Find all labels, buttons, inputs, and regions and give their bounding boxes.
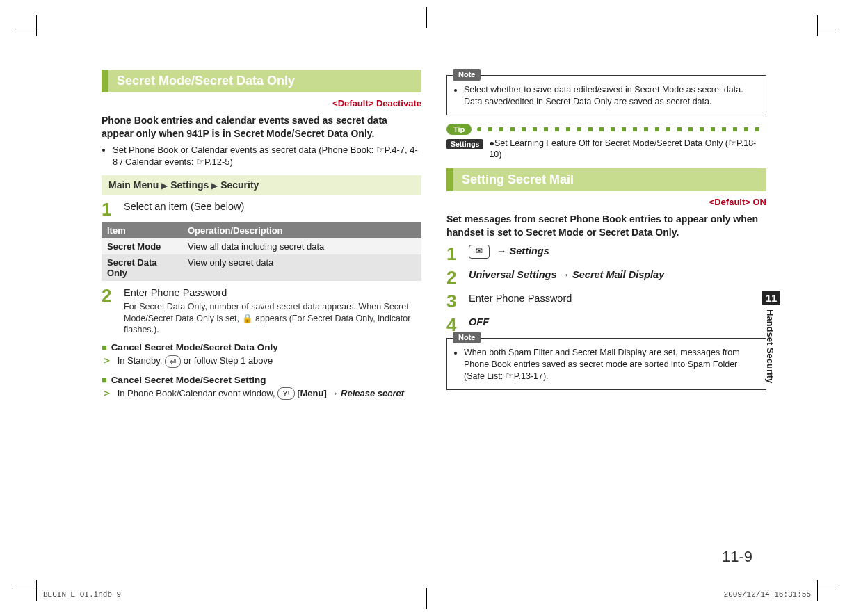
- crop-mark: [36, 15, 37, 36]
- end-key-icon: ⏎: [165, 355, 181, 368]
- note-box-2: Note When both Spam Filter and Secret Ma…: [446, 338, 766, 390]
- crop-mark: [36, 580, 37, 601]
- content-area: Secret Mode/Secret Data Only <Default> D…: [102, 70, 752, 546]
- operation-table: Item Operation/Description Secret Mode V…: [102, 222, 421, 281]
- square-bullet-icon: ■: [102, 375, 107, 385]
- tip-row: Tip: [446, 124, 766, 135]
- off-label: OFF: [469, 316, 489, 327]
- tip-settings-text: ●Set Learning Feature Off for Secret Mod…: [489, 138, 766, 161]
- crop-mark: [818, 31, 839, 31]
- section-header-secret-mode: Secret Mode/Secret Data Only: [102, 70, 421, 92]
- footer-left: BEGIN_E_OI.indb 9: [43, 590, 121, 599]
- step-2-left: 2 Enter Phone Password For Secret Data O…: [102, 286, 421, 336]
- triangle-right-icon: ▶: [211, 181, 218, 191]
- step-body: ✉ → Settings: [469, 245, 766, 259]
- step-2-right: 2 Universal Settings → Secret Mail Displ…: [446, 268, 766, 286]
- universal-settings-label: Universal Settings: [469, 269, 557, 280]
- step-2-subtext: For Secret Data Only, number of saved se…: [124, 301, 421, 335]
- crop-mark: [15, 585, 36, 585]
- chevron-icon: ＞: [102, 354, 112, 366]
- substep-text-a: In Standby,: [118, 355, 165, 366]
- release-secret-label: Release secret: [341, 388, 404, 398]
- note-bullet: Select whether to save data edited/saved…: [464, 84, 759, 108]
- note-box-1: Note Select whether to save data edited/…: [446, 75, 766, 115]
- crop-mark: [817, 15, 818, 36]
- step-1-left: 1 Select an item (See below): [102, 200, 421, 218]
- step-number: 2: [102, 286, 115, 305]
- table-header-op: Operation/Description: [182, 222, 421, 238]
- cancel-secret-mode-step: ＞ In Standby, ⏎ or follow Step 1 above: [102, 354, 421, 368]
- tip-dots-icon: [477, 127, 766, 131]
- square-bullet-icon: ■: [102, 342, 107, 352]
- default-label-right: <Default> ON: [446, 197, 766, 207]
- step-1-right: 1 ✉ → Settings: [446, 245, 766, 263]
- settings-badge: Settings: [446, 139, 483, 150]
- note-label: Note: [453, 332, 481, 343]
- cancel-secret-setting-heading: ■ Cancel Secret Mode/Secret Setting: [102, 375, 421, 385]
- step-number: 2: [446, 268, 460, 286]
- menu-settings: Settings: [170, 179, 209, 191]
- bullet-list-left: Set Phone Book or Calendar events as sec…: [102, 145, 421, 168]
- substep-text-b: or follow Step 1 above: [184, 355, 273, 366]
- crop-mark: [15, 31, 36, 31]
- main-menu-label: Main Menu: [108, 179, 159, 191]
- yahoo-key-icon: Y!: [277, 387, 294, 400]
- secret-mail-display-label: Secret Mail Display: [572, 269, 664, 280]
- table-row: Secret Mode View all data including secr…: [102, 238, 421, 254]
- page-number: 11-9: [722, 548, 752, 566]
- step-number: 1: [446, 245, 460, 263]
- triangle-right-icon: ▶: [161, 181, 168, 191]
- table-header-item: Item: [102, 222, 182, 238]
- table-cell-item: Secret Data Only: [102, 254, 182, 281]
- note-bullet: When both Spam Filter and Secret Mail Di…: [464, 347, 759, 382]
- cancel-secret-setting-title: Cancel Secret Mode/Secret Setting: [111, 375, 266, 385]
- crop-mark: [426, 7, 427, 28]
- crop-mark: [426, 588, 427, 609]
- intro-left: Phone Book entries and calendar events s…: [102, 114, 421, 140]
- crop-mark: [817, 580, 818, 601]
- table-cell-op: View only secret data: [182, 254, 421, 281]
- step-body: Enter Phone Password: [469, 292, 766, 305]
- step-3-right: 3 Enter Phone Password: [446, 292, 766, 310]
- arrow-icon: →: [560, 269, 573, 280]
- step-body: Universal Settings → Secret Mail Display: [469, 268, 766, 282]
- main-menu-path: Main Menu ▶ Settings ▶ Security: [102, 175, 421, 195]
- step-number: 3: [446, 292, 460, 310]
- right-column: Note Select whether to save data edited/…: [446, 70, 766, 546]
- step-body: Enter Phone Password For Secret Data Onl…: [124, 286, 421, 336]
- note-label: Note: [453, 69, 481, 81]
- bullet-item: Set Phone Book or Calendar events as sec…: [113, 145, 421, 168]
- section-header-secret-mail: Setting Secret Mail: [446, 168, 766, 191]
- cancel-secret-setting-step: ＞ In Phone Book/Calendar event window, Y…: [102, 387, 421, 400]
- step-number: 1: [102, 200, 115, 218]
- chevron-icon: ＞: [102, 387, 112, 398]
- substep-text-a: In Phone Book/Calendar event window,: [118, 388, 278, 398]
- side-tab-chapter-title: Handset Security: [762, 305, 778, 390]
- arrow-icon: →: [329, 388, 341, 398]
- crop-mark: [818, 585, 839, 585]
- side-tab: 11 Handset Security: [762, 291, 780, 390]
- step-4-right: 4 OFF: [446, 316, 766, 334]
- step-body: OFF: [469, 316, 766, 329]
- arrow-icon: →: [497, 245, 510, 257]
- step-body: Select an item (See below): [124, 200, 421, 213]
- cancel-secret-mode-title: Cancel Secret Mode/Secret Data Only: [111, 342, 278, 352]
- tip-settings-row: Settings ●Set Learning Feature Off for S…: [446, 138, 766, 161]
- menu-bracket: [Menu]: [297, 388, 327, 398]
- cancel-secret-mode-heading: ■ Cancel Secret Mode/Secret Data Only: [102, 342, 421, 352]
- side-tab-chapter-number: 11: [762, 291, 780, 305]
- menu-security: Security: [220, 179, 259, 191]
- table-cell-item: Secret Mode: [102, 238, 182, 254]
- page: Secret Mode/Secret Data Only <Default> D…: [0, 0, 854, 616]
- intro-right: Set messages from secret Phone Book entr…: [446, 213, 766, 239]
- left-column: Secret Mode/Secret Data Only <Default> D…: [102, 70, 421, 546]
- table-row: Secret Data Only View only secret data: [102, 254, 421, 281]
- default-label-left: <Default> Deactivate: [102, 98, 421, 108]
- footer-right: 2009/12/14 16:31:55: [724, 590, 811, 599]
- step1-settings-label: Settings: [510, 245, 549, 257]
- step-2-title: Enter Phone Password: [124, 287, 227, 298]
- table-cell-op: View all data including secret data: [182, 238, 421, 254]
- mail-key-icon: ✉: [469, 245, 490, 259]
- tip-badge: Tip: [446, 124, 472, 135]
